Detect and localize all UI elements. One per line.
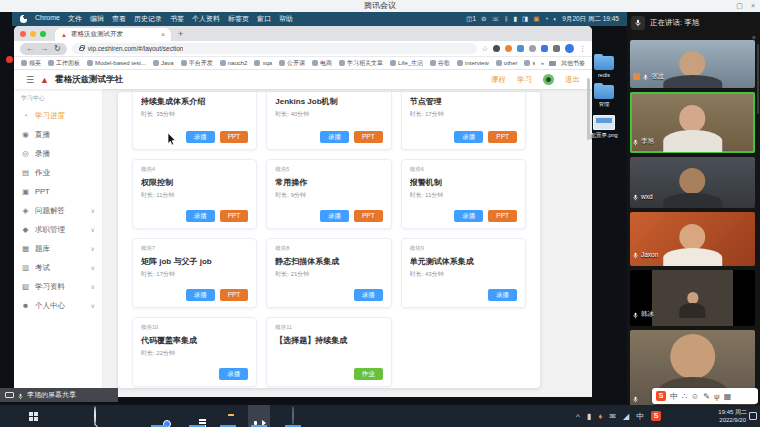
do-not-disturb-icon[interactable]: ⊖: [481, 15, 486, 23]
user-avatar[interactable]: ☻: [543, 74, 554, 85]
tab-close-icon[interactable]: ×: [161, 31, 165, 38]
card-action-button[interactable]: 录播: [354, 289, 383, 301]
mac-menu-item[interactable]: 标签页: [228, 14, 249, 24]
sogou-logo-icon[interactable]: S: [656, 391, 666, 401]
mac-menu-item[interactable]: 帮助: [279, 14, 293, 24]
bluetooth-icon[interactable]: ᛒ: [505, 15, 509, 23]
extension-icon[interactable]: [517, 45, 524, 52]
nav-logout-link[interactable]: 退出: [565, 75, 580, 85]
bookmarks-overflow-icon[interactable]: »: [541, 60, 544, 66]
mac-clock[interactable]: 9月20日 周二 19:45: [562, 15, 619, 24]
action-center-icon[interactable]: [749, 412, 757, 420]
sidebar-item[interactable]: ▤ 作业: [14, 163, 102, 182]
file-explorer-app[interactable]: [217, 405, 239, 427]
message-icon[interactable]: ✉: [609, 412, 616, 421]
mac-menu-item[interactable]: 文件: [68, 14, 82, 24]
extension-icon[interactable]: [541, 45, 548, 52]
card-action-button[interactable]: 录播: [320, 210, 349, 222]
chrome-app[interactable]: [148, 405, 170, 427]
sidebar-item[interactable]: ◉ 直播: [14, 125, 102, 144]
card-action-button[interactable]: PPT: [220, 289, 249, 301]
page-scrollbar[interactable]: [587, 78, 590, 140]
sidebar-item[interactable]: ▦ 题库 ∨: [14, 239, 102, 258]
reload-icon[interactable]: ↻: [54, 44, 61, 54]
close-window-icon[interactable]: ×: [751, 0, 755, 12]
bookmark-item[interactable]: nauch2: [220, 60, 248, 66]
ime-mic-icon[interactable]: ψ: [714, 392, 720, 401]
bookmark-item[interactable]: Java: [153, 60, 174, 66]
taskbar-clock[interactable]: 19:45 周二 2022/9/20: [718, 408, 747, 424]
card-action-button[interactable]: 录播: [320, 131, 349, 143]
participants-scrollbar[interactable]: [757, 44, 759, 114]
hamburger-menu-icon[interactable]: ☰: [26, 75, 34, 85]
extension-icon[interactable]: [505, 45, 512, 52]
mac-close-icon[interactable]: [20, 31, 26, 37]
network-icon[interactable]: ◢: [623, 412, 629, 421]
sogou-icon[interactable]: S: [651, 411, 661, 421]
display-icon[interactable]: ◨: [522, 15, 528, 23]
extension-icon[interactable]: [493, 45, 500, 52]
bookmark-item[interactable]: structure&algorithm: [524, 60, 534, 66]
bookmark-item[interactable]: 公开课: [279, 59, 305, 68]
card-action-button[interactable]: 录播: [219, 368, 248, 380]
usb-icon[interactable]: ▮: [587, 412, 591, 421]
mac-menu-item[interactable]: 书签: [170, 14, 184, 24]
card-action-button[interactable]: 录播: [454, 210, 483, 222]
speaker-mic-icon[interactable]: [631, 16, 645, 30]
participant-video-tile[interactable]: Jaxon: [630, 212, 755, 266]
sidebar-item[interactable]: ▧ 学习资料 ∨: [14, 277, 102, 296]
bookmark-item[interactable]: Life_生活: [390, 59, 423, 68]
bookmark-star-icon[interactable]: ☆: [482, 45, 488, 53]
forward-icon[interactable]: →: [40, 44, 48, 54]
netease-music-app[interactable]: [282, 405, 304, 427]
mac-menu-item[interactable]: 个人资料: [192, 14, 220, 24]
spotlight-icon[interactable]: ◔: [544, 15, 548, 23]
taskbar-search-button[interactable]: [84, 405, 106, 427]
extensions-puzzle-icon[interactable]: [553, 45, 560, 52]
bookmark-item[interactable]: 学习相关文章: [339, 59, 383, 68]
card-action-button[interactable]: 作业: [354, 368, 383, 380]
card-action-button[interactable]: PPT: [488, 210, 517, 222]
desktop-icon[interactable]: 配置界.png: [590, 115, 617, 139]
tray-expand-icon[interactable]: ^: [576, 412, 580, 421]
sidebar-item[interactable]: ☻ 个人中心 ∨: [14, 296, 102, 315]
bookmark-item[interactable]: interview: [457, 60, 489, 66]
card-action-button[interactable]: 录播: [186, 210, 215, 222]
ime-emoji-icon[interactable]: ☺: [691, 392, 699, 401]
card-action-button[interactable]: 录播: [454, 131, 483, 143]
control-center-icon[interactable]: ◐: [553, 15, 557, 23]
mac-menu-item[interactable]: Chrome: [35, 14, 60, 24]
screen-share-indicator[interactable]: 李旭的屏幕共享: [0, 388, 118, 402]
nav-courses-link[interactable]: 课程: [491, 75, 506, 85]
bookmark-item[interactable]: 领英: [21, 59, 41, 68]
meeting-camera-icon[interactable]: ◫1: [466, 15, 476, 23]
sidebar-item[interactable]: ◈ 问题解答 ∨: [14, 201, 102, 220]
sidebar-item[interactable]: ▥ 考试 ∨: [14, 258, 102, 277]
card-action-button[interactable]: PPT: [354, 131, 383, 143]
card-action-button[interactable]: 录播: [186, 289, 215, 301]
mac-menu-item[interactable]: 历史记录: [134, 14, 162, 24]
bookmark-item[interactable]: other: [496, 60, 518, 66]
tencent-docs-app[interactable]: [186, 405, 208, 427]
mac-menu-item[interactable]: 窗口: [257, 14, 271, 24]
url-bar[interactable]: vip.ceshiren.com/#/layout/section: [72, 43, 477, 54]
mac-menu-item[interactable]: 编辑: [90, 14, 104, 24]
new-tab-button[interactable]: +: [178, 28, 183, 41]
mac-menu-item[interactable]: 查看: [112, 14, 126, 24]
screenshot-icon[interactable]: ▣: [533, 15, 539, 23]
mac-minimize-icon[interactable]: [30, 31, 36, 37]
participant-video-tile[interactable]: wxd: [630, 157, 755, 208]
sidebar-item[interactable]: ◎ 录播: [14, 144, 102, 163]
sidebar-item[interactable]: ◆ 求职管理 ∨: [14, 220, 102, 239]
bookmark-item[interactable]: xqa: [254, 60, 272, 66]
bookmark-item[interactable]: 工作面板: [48, 59, 80, 68]
card-action-button[interactable]: PPT: [488, 131, 517, 143]
battery-icon[interactable]: ▮: [514, 15, 518, 23]
browser-menu-kebab-icon[interactable]: ⋮: [579, 45, 586, 53]
tencent-meeting-app[interactable]: [248, 405, 270, 427]
desktop-icon[interactable]: 管理: [594, 85, 614, 108]
card-action-button[interactable]: PPT: [354, 210, 383, 222]
ime-punct-icon[interactable]: ∴: [682, 392, 687, 401]
bookmark-item[interactable]: 平台开发: [181, 59, 213, 68]
profile-avatar[interactable]: [565, 44, 574, 53]
